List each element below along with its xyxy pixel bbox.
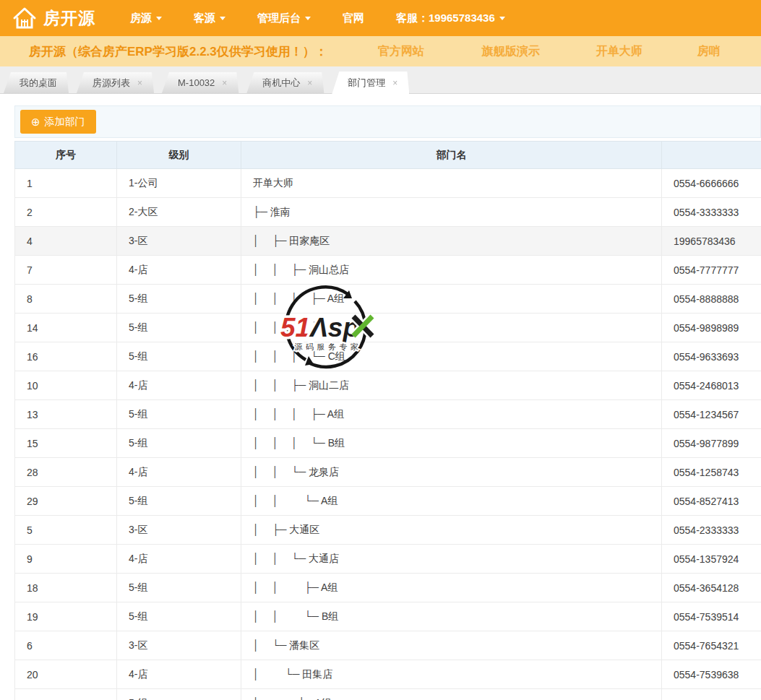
cell-id: 16 — [15, 342, 117, 371]
cell-name: │ │ └─ 大通店 — [241, 545, 662, 574]
notice-links: 官方网站旗舰版演示开单大师房哨 — [327, 44, 721, 59]
nav-item-label: 客源 — [194, 12, 215, 25]
top-navbar: 房开源 房源客源管理后台官网客服：19965783436 — [0, 0, 761, 36]
table-row[interactable]: 43-区│ ├─ 田家庵区19965783436 — [15, 227, 761, 256]
nav-item-3[interactable]: 官网 — [343, 12, 364, 25]
cell-name: │ ├─ 田家庵区 — [241, 227, 662, 256]
table-row[interactable]: 22-大区├─ 淮南0554-3333333 — [15, 198, 761, 227]
cell-id: 4 — [15, 227, 117, 256]
cell-phone: 0554-3654128 — [662, 574, 761, 602]
nav-item-label: 房源 — [130, 12, 152, 25]
cell-name: │ ├─ A组 — [241, 689, 662, 700]
cell-name: │ │ ├─ 洞山二店 — [241, 371, 662, 400]
cell-phone: 0554-7539638 — [662, 660, 761, 689]
cell-id: 9 — [15, 545, 117, 574]
cell-level: 5-组 — [117, 574, 241, 602]
chevron-down-icon — [156, 17, 162, 20]
cell-level: 4-店 — [117, 660, 241, 689]
cell-phone: 0554-7539514 — [662, 602, 761, 631]
table-row[interactable]: 104-店│ │ ├─ 洞山二店0554-2468013 — [15, 371, 761, 400]
cell-id: 10 — [15, 371, 117, 400]
cell-phone: 0554-2333333 — [662, 516, 761, 545]
table-row[interactable]: 155-组│ │ │ └─ B组0554-9877899 — [15, 429, 761, 458]
department-table: 序号级别部门名 11-公司开单大师0554-666666622-大区├─ 淮南0… — [14, 141, 761, 700]
cell-name: ├─ 淮南 — [241, 198, 662, 227]
cell-name: │ │ ├─ A组 — [241, 574, 662, 602]
tab-label: 房源列表 — [93, 72, 130, 93]
nav-item-0[interactable]: 房源 — [130, 12, 162, 25]
cell-id: 7 — [15, 256, 117, 285]
table-row[interactable]: 85-组│ │ │ ├─ A组0554-8888888 — [15, 285, 761, 314]
add-department-button[interactable]: ⊕ 添加部门 — [20, 110, 96, 134]
cell-level: 5-组 — [117, 285, 241, 314]
table-row[interactable]: 204-店│ └─ 田集店0554-7539638 — [15, 660, 761, 689]
table-row[interactable]: 195-组│ │ └─ B组0554-7539514 — [15, 602, 761, 631]
tab-label: 部门管理 — [348, 72, 385, 94]
cell-id: 13 — [15, 400, 117, 429]
column-header-0: 序号 — [15, 142, 117, 169]
cell-phone: 0554-6666666 — [662, 169, 761, 198]
cell-level: 3-区 — [117, 631, 241, 660]
table-row[interactable]: 185-组│ │ ├─ A组0554-3654128 — [15, 574, 761, 602]
table-row[interactable]: 284-店│ │ └─ 龙泉店0554-1258743 — [15, 458, 761, 487]
cell-phone: 0554-2468013 — [662, 371, 761, 400]
table-row[interactable]: 94-店│ │ └─ 大通店0554-1357924 — [15, 545, 761, 574]
table-row[interactable]: 295-组│ │ └─ A组0554-8527413 — [15, 487, 761, 516]
tab-商机中心[interactable]: 商机中心× — [246, 72, 324, 93]
close-icon[interactable]: × — [307, 79, 312, 87]
cell-phone: 0554-9877899 — [662, 429, 761, 458]
cell-phone: 0554-9898989 — [662, 314, 761, 342]
cell-id: 8 — [15, 285, 117, 314]
cell-name: │ │ ├─ 洞山总店 — [241, 256, 662, 285]
column-header-1: 级别 — [117, 142, 241, 169]
tab-label: M-10032 — [178, 72, 215, 93]
cell-name: 开单大师 — [241, 169, 662, 198]
cell-level: 5-组 — [117, 314, 241, 342]
cell-id: 19 — [15, 602, 117, 631]
column-header-3 — [662, 142, 761, 169]
notice-link-0[interactable]: 官方网站 — [378, 44, 424, 59]
cell-name: │ │ └─ 龙泉店 — [241, 458, 662, 487]
toolbar-panel: ⊕ 添加部门 — [14, 105, 761, 138]
table-row[interactable]: 165-组│ │ │ └─ C组0554-9633693 — [15, 342, 761, 371]
cell-id: 5 — [15, 516, 117, 545]
table-row[interactable]: 11-公司开单大师0554-6666666 — [15, 169, 761, 198]
cell-level: 5-组 — [117, 689, 241, 700]
notice-link-1[interactable]: 旗舰版演示 — [482, 44, 540, 59]
notice-link-2[interactable]: 开单大师 — [596, 44, 642, 59]
tab-M-10032[interactable]: M-10032× — [162, 72, 238, 93]
tab-label: 我的桌面 — [20, 72, 57, 93]
cell-name: │ ├─ 大通区 — [241, 516, 662, 545]
close-icon[interactable]: × — [137, 79, 142, 87]
table-header-row: 序号级别部门名 — [15, 142, 761, 169]
table-row[interactable]: 74-店│ │ ├─ 洞山总店0554-7777777 — [15, 256, 761, 285]
close-icon[interactable]: × — [392, 79, 397, 87]
nav-item-4[interactable]: 客服：19965783436 — [396, 12, 505, 25]
nav-item-1[interactable]: 客源 — [194, 12, 225, 25]
cell-name: │ │ └─ A组 — [241, 487, 662, 516]
tab-部门管理[interactable]: 部门管理× — [332, 72, 409, 94]
table-row[interactable]: 145-组│ │ │ ├─ B组0554-9898989 — [15, 314, 761, 342]
cell-level: 5-组 — [117, 342, 241, 371]
cell-level: 2-大区 — [117, 198, 241, 227]
cell-name: │ │ │ └─ B组 — [241, 429, 662, 458]
tab-我的桌面[interactable]: 我的桌面 — [4, 72, 69, 93]
notice-link-3[interactable]: 房哨 — [697, 44, 721, 59]
tab-bar: 我的桌面房源列表×M-10032×商机中心×部门管理× — [0, 66, 761, 94]
nav-item-2[interactable]: 管理后台 — [257, 12, 311, 25]
department-management-panel: ⊕ 添加部门 序号级别部门名 11-公司开单大师0554-666666622-大… — [0, 94, 761, 700]
cell-name: │ │ │ ├─ B组 — [241, 314, 662, 342]
table-row[interactable]: 215-组│ ├─ A组0554-7537537 — [15, 689, 761, 700]
cell-phone: 0554-7537537 — [662, 689, 761, 700]
table-row[interactable]: 135-组│ │ │ ├─ A组0554-1234567 — [15, 400, 761, 429]
close-icon[interactable]: × — [222, 79, 227, 87]
column-header-2: 部门名 — [241, 142, 662, 169]
table-row[interactable]: 53-区│ ├─ 大通区0554-2333333 — [15, 516, 761, 545]
cell-level: 5-组 — [117, 602, 241, 631]
cell-phone: 0554-3333333 — [662, 198, 761, 227]
plus-circle-icon: ⊕ — [31, 116, 40, 127]
table-row[interactable]: 63-区│ └─ 潘集区0554-7654321 — [15, 631, 761, 660]
tab-房源列表[interactable]: 房源列表× — [77, 72, 154, 93]
brand[interactable]: 房开源 — [12, 5, 95, 31]
cell-level: 3-区 — [117, 227, 241, 256]
